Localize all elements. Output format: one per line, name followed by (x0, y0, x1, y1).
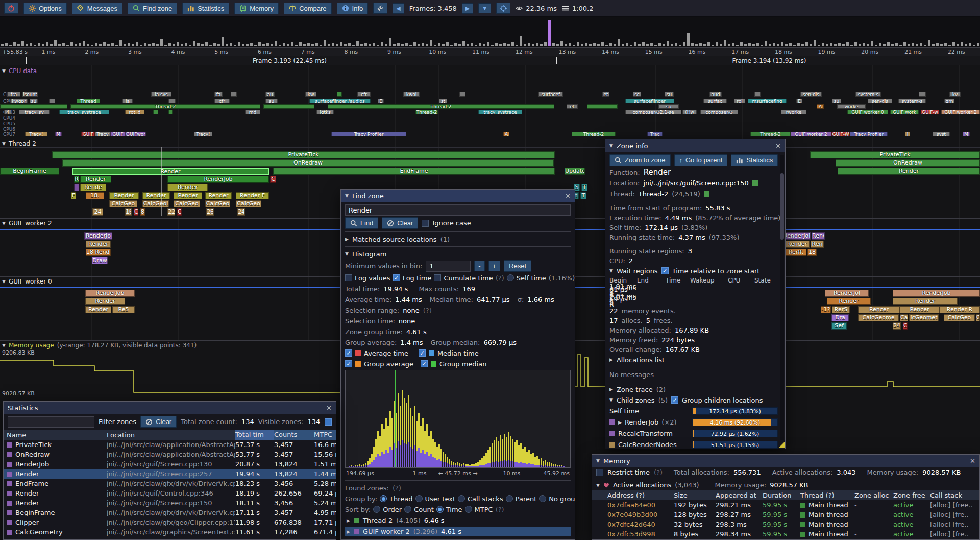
log-values-checkbox[interactable] (345, 274, 352, 281)
zone-statistics-button[interactable]: Statistics (731, 154, 778, 166)
timeline-zone[interactable]: aud (709, 92, 722, 97)
timeline-zone[interactable]: msurfaceflng (748, 99, 787, 103)
child-zone-row[interactable]: RecalcTransform 72.92 µs (1.62%) (609, 429, 778, 438)
timeline-zone[interactable]: Sef (831, 322, 847, 330)
table-row[interactable]: 2.01 ms2.07 ms59 µs-2R (609, 295, 778, 305)
group-by-parent-radio[interactable] (506, 495, 513, 502)
timeline-zone[interactable] (49, 99, 55, 103)
frame-dropdown-button[interactable]: ▼ (478, 3, 491, 13)
timeline-zone[interactable]: R (74, 176, 79, 183)
timeline-zone[interactable]: surfacef (538, 92, 563, 97)
matched-locations-toggle[interactable]: ▶Matched source locations(1) (345, 234, 571, 244)
timeline-zone[interactable]: grn (944, 99, 954, 103)
group-by-usertext-radio[interactable] (415, 495, 423, 502)
next-frame-button[interactable]: ▶ (462, 3, 473, 14)
timeline-zone[interactable]: Rencer (858, 306, 900, 313)
column-header-name[interactable]: Name (7, 431, 107, 439)
min-bin-decrease-button[interactable]: - (474, 261, 484, 271)
search-input[interactable] (345, 204, 571, 216)
timeline-zone[interactable]: GUIF worker 2 (941, 110, 980, 114)
time-ruler[interactable]: +55.83 s 1 ms2 ms3 ms4 ms5 ms6 ms7 ms8 m… (0, 47, 980, 56)
min-bin-input[interactable] (426, 261, 471, 272)
timeline-zone[interactable]: RenderJob (167, 176, 269, 183)
timeline-zone[interactable]: 24 (237, 208, 245, 216)
timeline-zone[interactable]: Ren (811, 241, 824, 248)
sort-by-time-radio[interactable] (436, 506, 444, 513)
frame-span[interactable]: Frame 3,193 (22.45 ms) (26, 56, 553, 65)
timeline-zone[interactable]: E (796, 99, 802, 103)
timeline-zone[interactable]: ia (122, 99, 133, 103)
sort-by-order-radio[interactable] (373, 506, 380, 513)
group-by-callstacks-radio[interactable] (458, 495, 465, 502)
timeline-zone[interactable]: RenderJob (85, 290, 135, 297)
statistics-titlebar[interactable]: Statistics ✕ (4, 402, 336, 414)
cpu-data-header[interactable]: ▼CPU data (2, 67, 37, 75)
child-zone-row[interactable]: ▶ RenderJob (×2) 4.16 ms (92.60%) (609, 417, 778, 427)
timeline-zone[interactable]: Render (85, 298, 125, 305)
timeline-zone[interactable]: A (817, 104, 824, 109)
timeline-zone[interactable]: C (270, 176, 276, 183)
timeline-zone[interactable]: Render (174, 192, 202, 199)
timeline-zone[interactable]: Tracy Profiler (850, 132, 888, 136)
timeline-zone[interactable] (919, 92, 926, 97)
timeline-zone[interactable]: Render (72, 168, 269, 175)
table-row[interactable]: PrivateTickjni/../jni/src/claw/applicati… (4, 440, 336, 450)
child-zone-row[interactable]: Self time 172.14 µs (3.83%) (609, 406, 778, 416)
timeline-zone[interactable]: Thread-2 (328, 104, 554, 109)
group-average-series-checkbox[interactable]: ✓ (345, 360, 352, 367)
memory-button[interactable]: Memory (234, 3, 279, 14)
found-zone-group[interactable]: ▶ GUIF worker 0 (3,231) 4.48 s (345, 538, 571, 540)
group-by-thread-radio[interactable] (380, 495, 387, 502)
timeline-zone[interactable]: surfaceflinger /audios (309, 99, 371, 103)
thread-header[interactable]: ▼Thread-2 (2, 140, 36, 147)
compare-button[interactable]: Compare (284, 3, 331, 14)
table-row[interactable]: Renderjni/../jni/src/guif/Screen.cpp:150… (4, 498, 336, 508)
timeline-zone[interactable] (459, 92, 465, 97)
timeline-zone[interactable]: OnRedraw (62, 159, 554, 167)
timeline-zone[interactable] (168, 110, 173, 114)
timeline-zone[interactable]: CalcGeo (205, 200, 230, 207)
cpu-row[interactable]: CPU1kwgprsuThreadiacfrsusurfaceflinger /… (0, 99, 980, 104)
sort-by-count-radio[interactable] (404, 506, 411, 513)
timeline-zone[interactable]: au (265, 92, 275, 97)
expand-icon[interactable]: ▶ (347, 529, 350, 534)
table-row[interactable]: OnRedrawjni/../jni/src/claw/application/… (4, 450, 336, 459)
timeline-zone[interactable]: GUIFwork (126, 132, 146, 136)
timeline-zone[interactable]: Thread-2 (70, 104, 260, 109)
close-icon[interactable]: ✕ (970, 457, 975, 465)
thread-header[interactable]: ▼GUIF worker 2 (2, 220, 52, 227)
timeline-zone[interactable]: fa (214, 92, 223, 97)
timeline-zone[interactable]: 24 (92, 208, 103, 216)
close-icon[interactable]: ✕ (326, 404, 332, 412)
collapse-icon[interactable]: ▼ (345, 193, 349, 198)
scrollbar-thumb[interactable] (780, 173, 784, 240)
timeline-zone[interactable]: M (963, 132, 970, 136)
histogram-toggle[interactable]: ▼Histogram (345, 249, 571, 259)
info-button[interactable]: Info (337, 3, 369, 14)
column-header-total-time[interactable]: Total tim (235, 430, 274, 440)
timeline-zone[interactable]: su (30, 99, 38, 103)
timeline-zone[interactable]: GUIF (81, 132, 95, 136)
cpu-row[interactable]: CPU5 (0, 121, 980, 126)
cpu-row[interactable]: CPU2Thread-2Thread-2etsuAworke (0, 104, 980, 109)
timeline-zone[interactable]: Draw (92, 257, 108, 264)
timeline-zone[interactable]: syst (933, 132, 950, 136)
timeline-zone[interactable]: isount (22, 92, 38, 97)
scrollbar[interactable] (780, 155, 784, 440)
messages-button[interactable]: Messages (72, 3, 122, 14)
column-header-call-stack[interactable]: Call stack (930, 491, 979, 499)
close-icon[interactable]: ✕ (565, 192, 571, 200)
found-zone-group-selected[interactable]: ▶ GUIF worker 2 (3,296) 4.61 s (345, 527, 571, 536)
timeline-zone[interactable]: surfac (703, 99, 727, 103)
timeline-zone[interactable]: PrivateTick (810, 151, 980, 158)
child-zones-toggle[interactable]: ▼Child zones(5) ✓ Group children locatio… (609, 395, 778, 405)
table-row[interactable]: CalcGeometryjni/../jni/src/claw/graphics… (4, 527, 336, 537)
resize-grip[interactable] (778, 442, 785, 448)
timeline-zone[interactable]: BeginFrame (0, 168, 59, 175)
thread-header[interactable]: ▼GUIF worker 0 (2, 278, 52, 285)
timeline-zone[interactable] (587, 104, 618, 109)
zone-info-titlebar[interactable]: ▼ Zone info ✕ (605, 139, 785, 152)
timeline-zone[interactable]: Render (167, 184, 208, 191)
timeline-zone[interactable]: Thread-2 (750, 132, 791, 136)
timeline-zone[interactable]: RenderJob (893, 290, 980, 297)
